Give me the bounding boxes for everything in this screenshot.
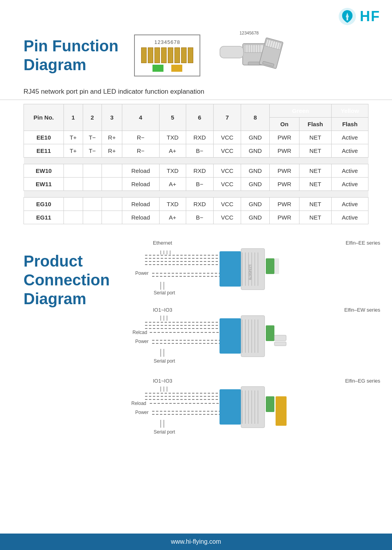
- eg10-col3: [102, 198, 122, 211]
- svg-rect-38: [241, 249, 265, 290]
- ew11-col1: [64, 178, 83, 191]
- ee-diagram-labels: Ethernet Elfin–EE series: [122, 240, 380, 246]
- svg-rect-63: [241, 316, 265, 357]
- table-header-row-1: Pin No. 1 2 3 4 5 6 7 8 Green Yellow: [24, 104, 368, 118]
- diagrams-column: Ethernet Elfin–EE series Power: [122, 240, 380, 441]
- ew-diagram-labels: IO1~IO3 Elfin–EW series: [122, 307, 380, 313]
- table-row-ew11: EW11 Reload A+ B− VCC GND PWR NET Active: [24, 178, 368, 191]
- col-2-header: 2: [83, 104, 102, 131]
- eg10-pin: EG10: [24, 198, 64, 211]
- pin-8: [188, 47, 193, 63]
- svg-rect-37: [220, 251, 241, 287]
- product-title: ProductConnectionDiagram: [24, 240, 110, 308]
- group-divider-2: [24, 191, 368, 198]
- ew10-col7: VCC: [213, 164, 241, 178]
- svg-rect-96: [276, 396, 287, 426]
- svg-rect-12: [248, 62, 260, 65]
- table-section: Pin No. 1 2 3 4 5 6 7 8 Green Yellow On …: [0, 100, 392, 232]
- col-5-header: 5: [159, 104, 186, 131]
- eg10-pwr: PWR: [270, 198, 299, 211]
- ee10-pin: EE10: [24, 131, 64, 144]
- ew10-col5: TXD: [159, 164, 186, 178]
- eg-svg: Reload Power Serial port: [122, 385, 337, 439]
- svg-rect-72: [274, 342, 286, 346]
- eg-diagram: IO1~IO3 Elfin–EG series Reload Power: [122, 378, 380, 441]
- col-6-header: 6: [186, 104, 213, 131]
- col-8-header: 8: [241, 104, 270, 131]
- eg10-col8: GND: [241, 198, 270, 211]
- pin-no-header: Pin No.: [24, 104, 64, 131]
- svg-rect-88: [241, 387, 265, 428]
- ee10-col3: R+: [102, 131, 122, 144]
- ew11-net: NET: [299, 178, 331, 191]
- eg11-active: Active: [331, 211, 368, 224]
- table-row-ee11: EE11 T+ T− R+ R− A+ B− VCC GND PWR NET A…: [24, 144, 368, 158]
- svg-text:Power: Power: [135, 339, 149, 344]
- green-flash-header: Flash: [299, 118, 331, 131]
- pin-4: [161, 47, 167, 63]
- header: HF: [0, 0, 392, 26]
- ew10-net: NET: [299, 164, 331, 178]
- svg-rect-95: [266, 396, 274, 412]
- svg-rect-47: [274, 258, 279, 274]
- col-4-header: 4: [122, 104, 159, 131]
- pin-6: [174, 47, 180, 63]
- eg10-col2: [83, 198, 102, 211]
- ee10-col6: RXD: [186, 131, 213, 144]
- logo-text: HF: [360, 8, 380, 25]
- ee11-pwr: PWR: [270, 144, 299, 158]
- svg-rect-4: [244, 45, 264, 53]
- ee11-col7: VCC: [213, 144, 241, 158]
- green-header: Green: [270, 104, 332, 118]
- footer: www.hi-flying.com: [0, 534, 392, 550]
- svg-text:Relcad: Relcad: [132, 330, 147, 335]
- yellow-flash-header: Flash: [331, 118, 368, 131]
- ew10-col1: [64, 164, 83, 178]
- pin-3: [154, 47, 160, 63]
- svg-rect-71: [274, 335, 286, 341]
- ee-ethernet-label: Ethernet: [153, 240, 172, 246]
- eg10-active: Active: [331, 198, 368, 211]
- eg10-col5: TXD: [159, 198, 186, 211]
- ew-svg: Relcad Power Serial port: [122, 314, 337, 368]
- connector-base: [152, 65, 182, 72]
- svg-rect-70: [266, 325, 274, 341]
- ew-io-label: IO1~IO3: [153, 307, 172, 313]
- title-section: Pin FunctionDiagram 12345678: [0, 26, 392, 81]
- ee-series-label: Elfin–EE series: [346, 240, 380, 246]
- svg-rect-62: [220, 318, 241, 354]
- yellow-header: Yellow: [331, 104, 368, 118]
- ew10-pin: EW10: [24, 164, 64, 178]
- col-1-header: 1: [64, 104, 83, 131]
- eg10-col6: RXD: [186, 198, 213, 211]
- ew11-col3: [102, 178, 122, 191]
- ew10-col8: GND: [241, 164, 270, 178]
- ew10-pwr: PWR: [270, 164, 299, 178]
- ee10-col1: T+: [64, 131, 83, 144]
- ee11-col3: R+: [102, 144, 122, 158]
- ew-series-label: Elfin–EW series: [344, 307, 380, 313]
- table-row-eg11: EG11 Reload A+ B− VCC GND PWR NET Active: [24, 211, 368, 224]
- svg-rect-46: [266, 258, 274, 274]
- ee11-col5: A+: [159, 144, 186, 158]
- ee10-col4: R−: [122, 131, 159, 144]
- table-row-eg10: EG10 Reload TXD RXD VCC GND PWR NET Acti…: [24, 198, 368, 211]
- col-3-header: 3: [102, 104, 122, 131]
- ee10-col8: GND: [241, 131, 270, 144]
- eg11-col1: [64, 211, 83, 224]
- ew11-col4: Reload: [122, 178, 159, 191]
- ew10-col4: Reload: [122, 164, 159, 178]
- pins-row: [141, 47, 193, 63]
- eg10-col4: Reload: [122, 198, 159, 211]
- pin-2: [148, 47, 153, 63]
- ew11-col8: GND: [241, 178, 270, 191]
- eg11-net: NET: [299, 211, 331, 224]
- ee-svg: Power Serial port 12345678: [122, 247, 337, 298]
- col-7-header: 7: [213, 104, 241, 131]
- ee-diagram: Ethernet Elfin–EE series Power: [122, 240, 380, 299]
- connector-front-view: 12345678: [134, 34, 200, 76]
- green-on-header: On: [270, 118, 299, 131]
- ew10-col6: RXD: [186, 164, 213, 178]
- eg11-col5: A+: [159, 211, 186, 224]
- eg-io-label: IO1~IO3: [153, 378, 172, 384]
